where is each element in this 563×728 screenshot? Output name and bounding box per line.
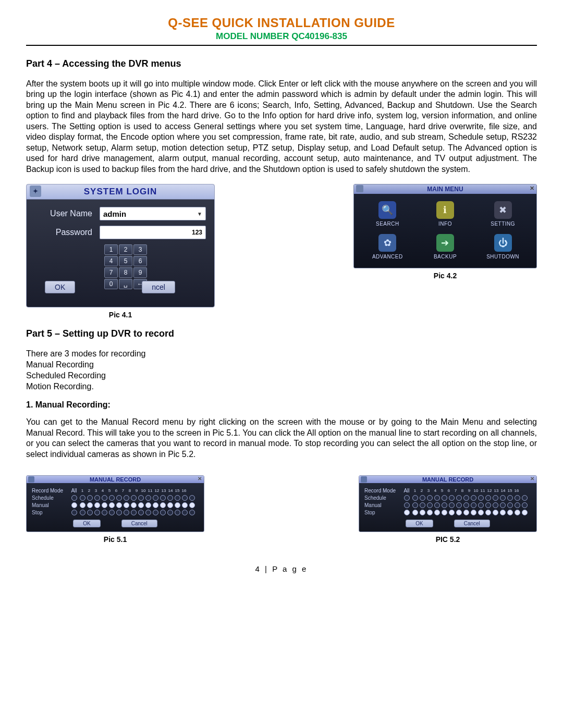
channel-radio[interactable] [182, 495, 188, 501]
channel-radio[interactable] [412, 510, 418, 515]
channel-radio[interactable] [507, 502, 513, 508]
channel-radio[interactable] [500, 495, 506, 501]
channel-radio[interactable] [434, 510, 440, 515]
channel-radio[interactable] [515, 495, 520, 501]
channel-radio[interactable] [138, 495, 144, 501]
channel-radio[interactable] [80, 502, 85, 508]
channel-radio[interactable] [463, 495, 469, 501]
all-radio[interactable] [71, 495, 77, 501]
channel-radio[interactable] [175, 510, 180, 515]
channel-radio[interactable] [493, 510, 498, 515]
channel-radio[interactable] [471, 510, 476, 515]
channel-radio[interactable] [485, 502, 491, 508]
mr-cancel-button[interactable]: Cancel [121, 520, 157, 527]
username-input[interactable]: admin ▼ [100, 207, 206, 220]
channel-radio[interactable] [153, 502, 158, 508]
channel-radio[interactable] [449, 510, 455, 515]
mr-ok-button[interactable]: OK [406, 520, 433, 527]
channel-radio[interactable] [94, 510, 100, 515]
channel-radio[interactable] [478, 510, 484, 515]
all-radio[interactable] [71, 510, 77, 515]
close-icon[interactable]: ✕ [198, 476, 202, 482]
channel-radio[interactable] [153, 495, 158, 501]
channel-radio[interactable] [109, 495, 115, 501]
channel-radio[interactable] [427, 502, 433, 508]
channel-radio[interactable] [412, 502, 418, 508]
channel-radio[interactable] [485, 510, 491, 515]
keypad-key[interactable]: 1 [104, 244, 118, 255]
dropdown-icon[interactable]: ▼ [197, 211, 202, 217]
channel-radio[interactable] [434, 495, 440, 501]
menu-item-info[interactable]: ℹINFO [418, 201, 473, 227]
channel-radio[interactable] [153, 510, 158, 515]
keypad-key[interactable]: 3 [133, 244, 147, 255]
all-radio[interactable] [404, 495, 410, 501]
channel-radio[interactable] [456, 502, 462, 508]
login-ok-button[interactable]: OK [45, 281, 75, 293]
channel-radio[interactable] [515, 502, 520, 508]
channel-radio[interactable] [145, 502, 151, 508]
close-icon[interactable]: ✕ [530, 185, 534, 192]
channel-radio[interactable] [463, 510, 469, 515]
channel-radio[interactable] [420, 495, 425, 501]
channel-radio[interactable] [456, 495, 462, 501]
channel-radio[interactable] [420, 502, 425, 508]
channel-radio[interactable] [522, 502, 528, 508]
channel-radio[interactable] [94, 502, 100, 508]
channel-radio[interactable] [485, 495, 491, 501]
channel-radio[interactable] [182, 510, 188, 515]
channel-radio[interactable] [515, 510, 520, 515]
menu-item-backup[interactable]: ➔BACKUP [418, 234, 473, 260]
channel-radio[interactable] [471, 495, 476, 501]
channel-radio[interactable] [442, 495, 447, 501]
channel-radio[interactable] [138, 510, 144, 515]
channel-radio[interactable] [412, 495, 418, 501]
close-icon[interactable]: ✕ [530, 476, 534, 482]
channel-radio[interactable] [507, 495, 513, 501]
channel-radio[interactable] [116, 502, 122, 508]
channel-radio[interactable] [189, 495, 195, 501]
channel-radio[interactable] [500, 510, 506, 515]
channel-radio[interactable] [87, 510, 93, 515]
channel-radio[interactable] [442, 502, 447, 508]
channel-radio[interactable] [449, 495, 455, 501]
channel-radio[interactable] [167, 495, 173, 501]
keypad-key[interactable]: 0 [104, 279, 118, 289]
channel-radio[interactable] [116, 510, 122, 515]
channel-radio[interactable] [456, 510, 462, 515]
all-radio[interactable] [71, 502, 77, 508]
channel-radio[interactable] [124, 495, 129, 501]
channel-radio[interactable] [478, 502, 484, 508]
channel-radio[interactable] [449, 502, 455, 508]
menu-item-search[interactable]: 🔍SEARCH [360, 201, 415, 227]
all-radio[interactable] [404, 510, 410, 515]
channel-radio[interactable] [175, 502, 180, 508]
channel-radio[interactable] [427, 495, 433, 501]
channel-radio[interactable] [124, 510, 129, 515]
channel-radio[interactable] [131, 502, 137, 508]
channel-radio[interactable] [145, 495, 151, 501]
menu-item-advanced[interactable]: ✿ADVANCED [360, 234, 415, 260]
channel-radio[interactable] [87, 502, 93, 508]
channel-radio[interactable] [167, 510, 173, 515]
menu-item-shutdown[interactable]: ⏻SHUTDOWN [475, 234, 530, 260]
channel-radio[interactable] [182, 502, 188, 508]
channel-radio[interactable] [102, 502, 107, 508]
channel-radio[interactable] [160, 495, 166, 501]
channel-radio[interactable] [160, 502, 166, 508]
channel-radio[interactable] [138, 502, 144, 508]
channel-radio[interactable] [189, 502, 195, 508]
channel-radio[interactable] [131, 510, 137, 515]
channel-radio[interactable] [124, 502, 129, 508]
channel-radio[interactable] [442, 510, 447, 515]
mr-ok-button[interactable]: OK [73, 520, 100, 527]
channel-radio[interactable] [493, 502, 498, 508]
all-radio[interactable] [404, 502, 410, 508]
channel-radio[interactable] [94, 495, 100, 501]
mr-cancel-button[interactable]: Cancel [454, 520, 490, 527]
keypad-key[interactable]: 2 [119, 244, 132, 255]
menu-item-setting[interactable]: ✖SETTING [475, 201, 530, 227]
channel-radio[interactable] [80, 510, 85, 515]
channel-radio[interactable] [80, 495, 85, 501]
channel-radio[interactable] [189, 510, 195, 515]
